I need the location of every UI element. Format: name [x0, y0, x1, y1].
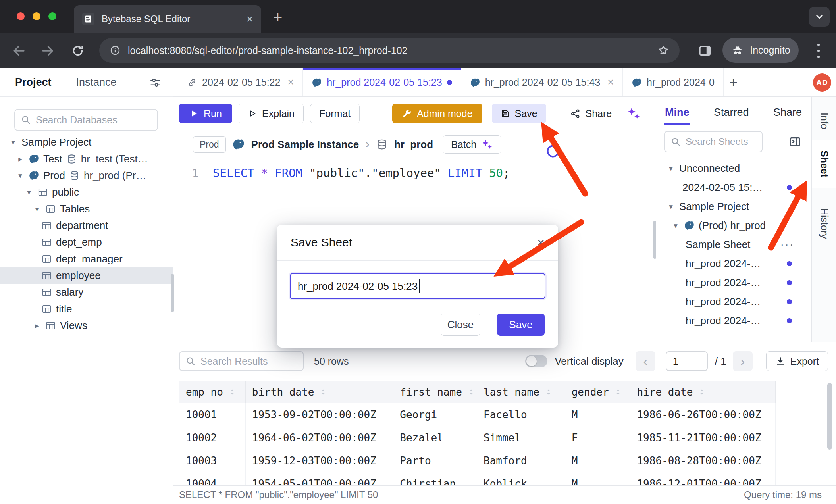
tab-search-chevron-button[interactable] [809, 7, 830, 27]
chevron-down-icon[interactable]: ▾ [16, 171, 25, 180]
tree-item-test-db[interactable]: ▸ Test hr_test (Test… [0, 150, 173, 167]
site-info-icon[interactable] [110, 45, 121, 56]
prev-page-button[interactable]: ‹ [636, 351, 655, 371]
collapse-panel-icon[interactable] [789, 135, 801, 148]
tree-item-table-salary[interactable]: salary [0, 284, 173, 300]
close-window-button[interactable] [17, 12, 25, 20]
tree-item-table-dept-emp[interactable]: dept_emp [0, 234, 173, 250]
results-search-input[interactable] [200, 356, 297, 367]
modal-close-button[interactable]: Close [441, 314, 480, 336]
chevron-down-icon[interactable]: ▾ [666, 164, 675, 173]
tree-item-table-title[interactable]: title [0, 300, 173, 317]
address-bar[interactable]: localhost:8080/sql-editor/prod-sample-in… [99, 38, 680, 63]
maximize-window-button[interactable] [48, 12, 56, 20]
avatar[interactable]: AD [813, 73, 831, 92]
chevron-right-icon[interactable]: ▸ [33, 321, 41, 330]
instance-name[interactable]: Prod Sample Instance [251, 139, 359, 151]
sidebar-resize-handle[interactable] [171, 274, 174, 312]
modal-save-button[interactable]: Save [497, 314, 545, 336]
sheet-search[interactable] [664, 131, 763, 152]
chevron-down-icon[interactable]: ▾ [9, 138, 17, 147]
admin-mode-button[interactable]: Admin mode [392, 104, 482, 123]
close-icon[interactable]: × [537, 236, 545, 249]
column-header[interactable]: last_name [477, 381, 565, 403]
chevron-right-icon[interactable]: ▸ [16, 154, 25, 164]
tree-item-schema-public[interactable]: ▾ public [0, 184, 173, 200]
browser-menu-icon[interactable] [817, 41, 820, 60]
next-page-button[interactable]: › [733, 351, 753, 371]
sql-editor[interactable]: 1 SELECT * FROM "public"."employee" LIMI… [187, 164, 510, 182]
database-search[interactable] [14, 109, 158, 131]
share-button[interactable]: Share [566, 104, 616, 123]
filter-settings-icon[interactable] [149, 77, 161, 88]
tab-starred[interactable]: Starred [714, 106, 749, 119]
format-button[interactable]: Format [310, 104, 360, 123]
reload-icon[interactable] [71, 44, 85, 58]
sheet-item[interactable]: hr_prod 2024-… [655, 254, 812, 273]
sheet-item-unconnected[interactable]: 2024-02-05 15:… [655, 178, 812, 197]
explain-button[interactable]: Explain [239, 104, 304, 123]
column-header[interactable]: gender [565, 381, 631, 403]
column-header[interactable]: first_name [393, 381, 477, 403]
page-number-input[interactable] [666, 351, 708, 371]
sheet-item[interactable]: hr_prod 2024-… [655, 311, 812, 330]
editor-tab-4[interactable]: hr_prod 2024-0 [623, 68, 724, 96]
tab-project[interactable]: Project [15, 76, 52, 88]
tree-item-prod-db[interactable]: ▾ Prod hr_prod (Pr… [0, 167, 173, 184]
close-icon[interactable]: × [287, 76, 294, 88]
new-tab-button[interactable]: + [273, 9, 282, 27]
tab-sheet[interactable]: Sheet [812, 140, 836, 188]
refresh-schema-icon[interactable] [544, 142, 562, 160]
database-name[interactable]: hr_prod [394, 139, 433, 151]
sheet-group-project[interactable]: ▾ Sample Project [655, 197, 812, 216]
sheet-panel-resize-handle[interactable] [653, 221, 656, 259]
close-icon[interactable]: × [607, 76, 614, 88]
chevron-down-icon[interactable]: ▾ [666, 202, 675, 211]
batch-button[interactable]: Batch [443, 135, 501, 154]
forward-icon[interactable] [40, 44, 55, 58]
column-header[interactable]: birth_date [246, 381, 393, 403]
side-panel-icon[interactable] [697, 44, 713, 58]
save-button[interactable]: Save [492, 104, 546, 123]
close-tab-icon[interactable]: × [246, 13, 253, 25]
ai-sparkles-icon[interactable] [626, 106, 641, 121]
sheet-connection[interactable]: ▾ (Prod) hr_prod [655, 216, 812, 235]
sheet-item[interactable]: Sample Sheet ··· [655, 235, 812, 254]
run-button[interactable]: Run [179, 104, 232, 123]
database-search-input[interactable] [36, 114, 152, 126]
results-search[interactable] [179, 351, 304, 371]
sheet-item[interactable]: hr_prod 2024-… [655, 292, 812, 311]
bookmark-star-icon[interactable] [657, 44, 669, 56]
sheet-group-unconnected[interactable]: ▾ Unconnected [655, 159, 812, 178]
editor-tab-3[interactable]: hr_prod 2024-02-05 15:43 × [461, 68, 623, 96]
export-button[interactable]: Export [766, 351, 828, 371]
chevron-down-icon[interactable]: ▾ [671, 221, 680, 230]
more-icon[interactable]: ··· [780, 239, 794, 251]
browser-tab[interactable]: Bytebase SQL Editor × [74, 5, 261, 33]
tab-instance[interactable]: Instance [76, 76, 117, 88]
back-icon[interactable] [12, 44, 26, 58]
sheet-item[interactable]: hr_prod 2024-… [655, 273, 812, 292]
vertical-display-toggle[interactable] [525, 355, 547, 367]
results-scrollbar[interactable] [827, 383, 832, 450]
tree-item-table-employee[interactable]: employee [0, 267, 173, 284]
tab-history[interactable]: History [812, 198, 836, 249]
tree-item-views[interactable]: ▸ Views [0, 317, 173, 334]
editor-tab-2-active[interactable]: hr_prod 2024-02-05 15:23 [303, 68, 461, 96]
column-header[interactable]: emp_no [179, 381, 246, 403]
new-sheet-button[interactable]: + [729, 74, 738, 91]
minimize-window-button[interactable] [33, 12, 40, 20]
tab-info[interactable]: Info [812, 100, 836, 142]
chevron-down-icon[interactable]: ▾ [25, 188, 33, 197]
sheet-name-input[interactable]: hr_prod 2024-02-05 15:23 [290, 273, 545, 299]
tree-item-tables[interactable]: ▾ Tables [0, 200, 173, 217]
tree-item-table-dept-manager[interactable]: dept_manager [0, 250, 173, 267]
column-header[interactable]: hire_date [630, 381, 775, 403]
editor-tab-1[interactable]: 2024-02-05 15:22 × [178, 68, 303, 96]
chevron-down-icon[interactable]: ▾ [33, 204, 41, 214]
tree-item-table-department[interactable]: department [0, 217, 173, 234]
tab-mine[interactable]: Mine [665, 106, 690, 119]
tab-share[interactable]: Share [773, 106, 802, 119]
sheet-search-input[interactable] [686, 136, 756, 147]
tree-item-project[interactable]: ▾ Sample Project [0, 134, 173, 150]
